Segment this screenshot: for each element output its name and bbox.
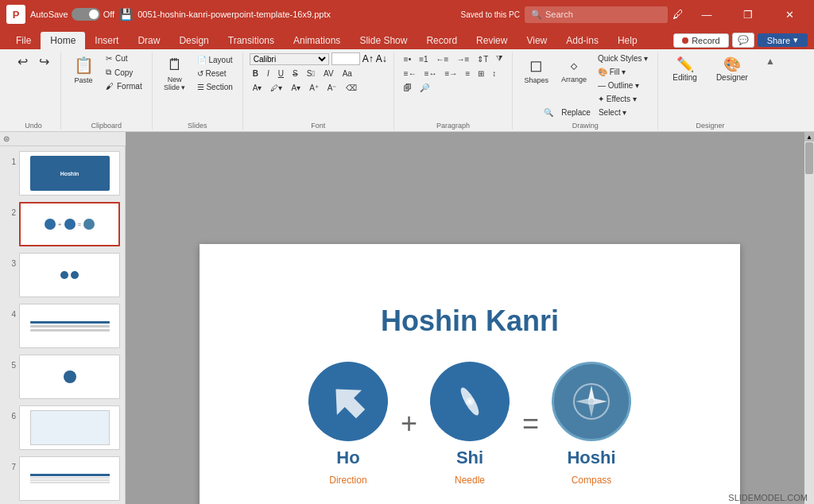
tab-view[interactable]: View — [517, 32, 556, 49]
font-color-button[interactable]: A▾ — [250, 82, 266, 94]
autosave-toggle[interactable] — [72, 8, 100, 21]
tab-design[interactable]: Design — [169, 32, 218, 49]
autosave-label: AutoSave — [30, 10, 68, 19]
find-button[interactable]: 🔍 — [541, 107, 556, 118]
collapse-ribbon-button[interactable]: ▲ — [766, 56, 775, 67]
slide-thumb-5[interactable]: 5 — [3, 353, 122, 401]
font-family-select[interactable]: Calibri — [250, 53, 329, 65]
columns-button[interactable]: ⊞ — [475, 68, 487, 79]
font-size-down-icon[interactable]: A↓ — [376, 53, 387, 64]
justify-button[interactable]: ≡ — [462, 68, 473, 79]
text-case-button[interactable]: Aa — [339, 68, 355, 79]
slide-thumb-6[interactable]: 6 — [3, 404, 122, 452]
strikethrough-button[interactable]: S — [289, 68, 301, 79]
arrange-button[interactable]: ⬦ Arrange — [556, 52, 591, 105]
shape-outline-button[interactable]: — Outline ▾ — [595, 79, 651, 91]
new-slide-button[interactable]: 🗒 New Slide ▾ — [159, 52, 191, 95]
shape-fill-button[interactable]: 🎨 Fill ▾ — [595, 66, 651, 78]
line-spacing-button[interactable]: ↕ — [489, 68, 499, 79]
slide-thumb-3[interactable]: 3 — [3, 251, 122, 299]
filter-row: ⊜ — [0, 132, 126, 146]
underline-button[interactable]: U — [275, 68, 287, 79]
highlight-button[interactable]: 🖊▾ — [267, 82, 285, 94]
slide-num-1: 1 — [5, 151, 16, 166]
editing-button[interactable]: ✏️ Editing — [665, 52, 705, 85]
group-undo: ↩ ↪ Undo — [6, 52, 61, 130]
minimize-button[interactable]: — — [688, 0, 725, 29]
font-size-input[interactable]: 48 — [331, 52, 360, 65]
section-button[interactable]: ☰ Section — [194, 81, 236, 93]
tab-transitions[interactable]: Transitions — [219, 32, 284, 49]
numbering-button[interactable]: ≡1 — [416, 52, 431, 65]
share-button[interactable]: Share ▾ — [758, 33, 808, 47]
designer-button[interactable]: 🎨 Designer — [708, 52, 756, 85]
tab-file[interactable]: File — [6, 32, 41, 49]
align-right-button[interactable]: ≡→ — [442, 68, 461, 79]
meaning-ho: Direction — [329, 475, 366, 486]
shapes-button[interactable]: ◻ Shapes — [519, 52, 553, 105]
tab-help[interactable]: Help — [608, 32, 647, 49]
grow-font-button[interactable]: A⁺ — [306, 82, 322, 94]
italic-button[interactable]: I — [264, 68, 273, 79]
comment-button[interactable]: 💬 — [732, 33, 754, 48]
scroll-thumb[interactable] — [805, 142, 813, 174]
word-ho: Ho — [336, 448, 359, 468]
slide-num-3: 3 — [5, 253, 16, 268]
text-box-button[interactable]: 🗐 — [401, 82, 415, 94]
slide-item-shi: Shi Needle — [430, 362, 510, 486]
save-icon: 💾 — [119, 8, 133, 21]
vertical-scrollbar[interactable]: ▲ ⟨ ⟩ ▼ — [804, 132, 814, 504]
convert-to-smartart-button[interactable]: ⧩ — [493, 52, 506, 65]
reset-button[interactable]: ↺ Reset — [194, 68, 236, 79]
clear-format-button[interactable]: ⌫ — [343, 82, 360, 94]
replace-button[interactable]: Replace — [558, 107, 594, 118]
redo-button[interactable]: ↪ — [34, 52, 54, 71]
tab-slideshow[interactable]: Slide Show — [350, 32, 417, 49]
tab-animations[interactable]: Animations — [284, 32, 350, 49]
shape-effects-button[interactable]: ✦ Effects ▾ — [595, 93, 651, 105]
font-size-sm-button[interactable]: A▾ — [288, 82, 304, 94]
tab-record[interactable]: Record — [417, 32, 467, 49]
layout-button[interactable]: 📄 Layout — [194, 54, 236, 66]
operator-equals: = — [522, 407, 539, 440]
close-button[interactable]: ✕ — [771, 0, 808, 29]
shrink-font-button[interactable]: A⁻ — [324, 82, 340, 94]
search-input[interactable] — [545, 10, 657, 19]
slide-thumb-7[interactable]: 7 — [3, 455, 122, 502]
tab-insert[interactable]: Insert — [85, 32, 128, 49]
align-left-button[interactable]: ≡← — [401, 68, 420, 79]
search-box[interactable]: 🔍 — [525, 6, 668, 23]
align-center-button[interactable]: ≡↔ — [421, 68, 440, 79]
tab-review[interactable]: Review — [467, 32, 517, 49]
format-painter-button[interactable]: 🖌 Format — [103, 80, 145, 92]
bold-button[interactable]: B — [250, 68, 262, 79]
increase-indent-button[interactable]: →≡ — [453, 52, 472, 65]
slide-thumb-2[interactable]: 2 + = — [3, 200, 122, 248]
pen-icon[interactable]: 🖊 — [673, 8, 684, 21]
credit: SLIDEMODEL.COM — [728, 493, 808, 502]
decrease-indent-button[interactable]: ←≡ — [433, 52, 452, 65]
smart-lookup-button[interactable]: 🔎 — [417, 82, 432, 94]
record-button[interactable]: Record — [673, 33, 728, 48]
copy-button[interactable]: ⧉ Copy — [103, 66, 145, 79]
autosave-area: AutoSave Off — [30, 8, 114, 21]
scroll-up-button[interactable]: ▲ — [804, 132, 814, 142]
tab-home[interactable]: Home — [41, 32, 85, 49]
svg-marker-7 — [576, 398, 590, 405]
slide-thumb-4[interactable]: 4 — [3, 302, 122, 350]
quick-styles-button[interactable]: Quick Styles ▾ — [595, 52, 651, 64]
text-shadow-button[interactable]: S⃞ — [304, 68, 318, 79]
paste-button[interactable]: 📋 Paste — [68, 52, 99, 92]
font-size-up-icon[interactable]: A↑ — [362, 53, 374, 64]
text-direction-button[interactable]: ⇕T — [474, 52, 491, 65]
slide-thumb-1[interactable]: 1 Hoshin — [3, 149, 122, 197]
slide-panel: 1 Hoshin 2 + = — [0, 146, 126, 504]
select-button[interactable]: Select ▾ — [595, 107, 630, 118]
bullets-button[interactable]: ≡• — [401, 52, 414, 65]
restore-button[interactable]: ❐ — [730, 0, 766, 29]
char-spacing-button[interactable]: AV — [320, 68, 337, 79]
tab-addins[interactable]: Add-ins — [556, 32, 608, 49]
undo-button[interactable]: ↩ — [13, 52, 33, 71]
tab-draw[interactable]: Draw — [128, 32, 169, 49]
cut-button[interactable]: ✂ Cut — [103, 52, 145, 64]
